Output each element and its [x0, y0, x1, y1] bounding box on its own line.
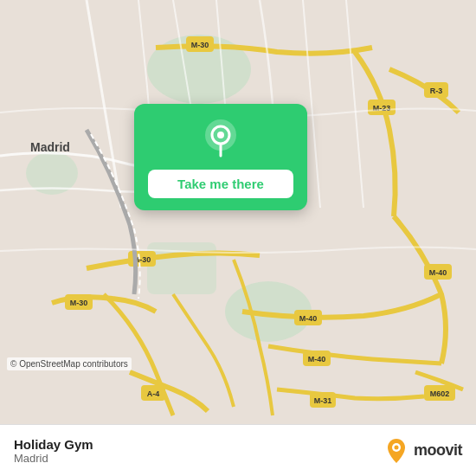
svg-text:M-40: M-40 [308, 355, 326, 363]
place-city: Madrid [14, 452, 93, 465]
moovit-icon [383, 437, 410, 465]
svg-text:A-4: A-4 [147, 389, 160, 398]
svg-point-32 [394, 445, 398, 449]
map-attribution: © OpenStreetMap contributors [7, 357, 132, 370]
svg-text:M-30: M-30 [191, 41, 209, 49]
map-container: M-30 M-23 R-3 M-40 M-40 M-40 M-30 M-30 A [0, 0, 476, 424]
bottom-bar: Holiday Gym Madrid moovit [0, 424, 476, 476]
svg-text:M-30: M-30 [70, 299, 88, 307]
moovit-text: moovit [414, 441, 462, 460]
svg-text:M-40: M-40 [429, 268, 447, 277]
place-name: Holiday Gym [14, 437, 93, 452]
svg-text:M602: M602 [430, 389, 450, 398]
svg-text:M-40: M-40 [299, 314, 318, 323]
popup-card: Take me there [134, 104, 307, 210]
svg-text:M-31: M-31 [314, 396, 332, 405]
svg-text:R-3: R-3 [430, 87, 443, 95]
svg-point-30 [217, 132, 224, 138]
svg-text:Madrid: Madrid [30, 140, 70, 154]
location-pin-icon [200, 119, 241, 161]
place-info: Holiday Gym Madrid [14, 437, 93, 465]
take-me-there-button[interactable]: Take me there [148, 170, 293, 198]
svg-text:M-23: M-23 [373, 104, 391, 113]
moovit-logo: moovit [383, 437, 462, 465]
